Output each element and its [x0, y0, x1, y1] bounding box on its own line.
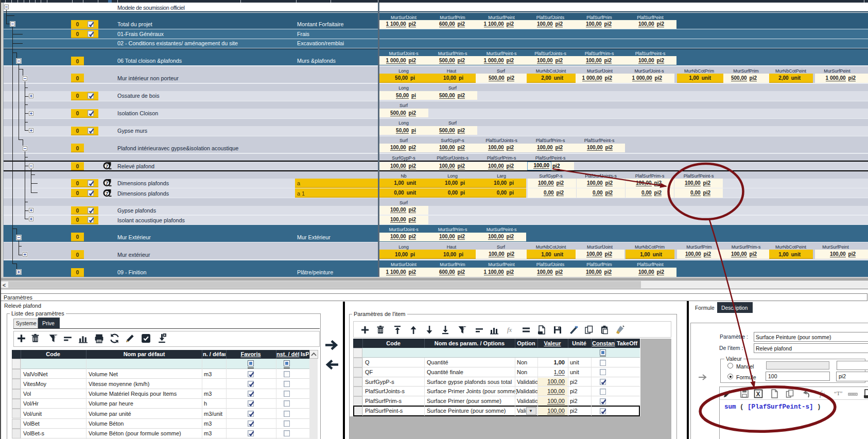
svg-text:fx: fx [820, 390, 825, 398]
svg-text:7: 7 [106, 163, 108, 169]
svg-text:fx: fx [507, 326, 512, 333]
svg-text:7: 7 [106, 190, 108, 196]
svg-text:X: X [756, 391, 760, 398]
svg-text:7: 7 [106, 180, 108, 186]
svg-text:“T”: “T” [834, 390, 843, 396]
